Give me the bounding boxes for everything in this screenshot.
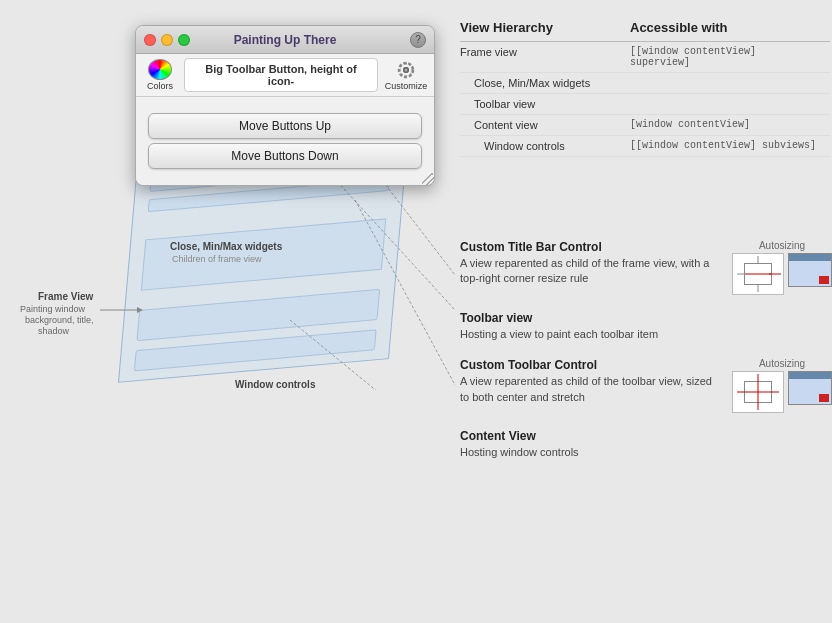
svg-text:background, title,: background, title, xyxy=(25,315,94,325)
window-toolbar: Colors Big Toolbar Button, height of ico… xyxy=(136,54,434,97)
close-button[interactable] xyxy=(144,34,156,46)
help-button[interactable]: ? xyxy=(410,32,426,48)
svg-text:Painting window: Painting window xyxy=(20,304,86,314)
custom-title-bar-desc: A view reparented as child of the frame … xyxy=(460,256,724,287)
row-code: [[window contentView] subviews] xyxy=(630,136,830,157)
titlebar: Painting Up There ? xyxy=(136,26,434,54)
col-header-accessible: Accessible with xyxy=(630,20,830,42)
row-code xyxy=(630,94,830,115)
autosizing-label-2: Autosizing xyxy=(759,358,805,369)
colors-label: Colors xyxy=(147,81,173,91)
move-buttons-up[interactable]: Move Buttons Up xyxy=(148,113,422,139)
svg-point-3 xyxy=(405,68,408,71)
table-row: Toolbar view xyxy=(460,94,830,115)
row-name: Content view xyxy=(460,115,630,136)
autosizing-box-1 xyxy=(732,253,784,295)
toolbar-view-block: Toolbar view Hosting a view to paint eac… xyxy=(460,311,832,342)
toolbar-view-title: Toolbar view xyxy=(460,311,832,325)
hierarchy-table: View Hierarchy Accessible with Frame vie… xyxy=(460,20,830,157)
row-code: [window contentView] xyxy=(630,115,830,136)
right-bottom-panel: Custom Title Bar Control A view reparent… xyxy=(460,240,832,477)
toolbar-view-desc: Hosting a view to paint each toolbar ite… xyxy=(460,327,832,342)
custom-title-bar-title: Custom Title Bar Control xyxy=(460,240,724,254)
view-hierarchy-panel: View Hierarchy Accessible with Frame vie… xyxy=(460,20,830,157)
content-view-title: Content View xyxy=(460,429,832,443)
custom-title-bar-block: Custom Title Bar Control A view reparent… xyxy=(460,240,832,295)
row-name: Frame view xyxy=(460,42,630,73)
table-row: Content view [window contentView] xyxy=(460,115,830,136)
frame-view-label: Frame View xyxy=(38,291,94,302)
colors-icon[interactable]: Colors xyxy=(144,59,176,91)
move-buttons-down[interactable]: Move Buttons Down xyxy=(148,143,422,169)
custom-toolbar-block: Custom Toolbar Control A view reparented… xyxy=(460,358,832,413)
close-widgets-label: Close, Min/Max widgets xyxy=(170,241,283,252)
window-controls-label: Window controls xyxy=(235,379,316,390)
table-row: Window controls [[window contentView] su… xyxy=(460,136,830,157)
custom-toolbar-title: Custom Toolbar Control xyxy=(460,358,724,372)
toolbar-button-preview: Big Toolbar Button, height of icon- xyxy=(184,58,378,92)
row-code xyxy=(630,73,830,94)
row-name: Close, Min/Max widgets xyxy=(460,73,630,94)
window-content: Move Buttons Up Move Buttons Down xyxy=(136,97,434,185)
svg-text:Children of frame view: Children of frame view xyxy=(172,254,262,264)
svg-text:shadow: shadow xyxy=(38,326,70,336)
row-name: Window controls xyxy=(460,136,630,157)
row-name: Toolbar view xyxy=(460,94,630,115)
content-view-block: Content View Hosting window controls xyxy=(460,429,832,460)
resize-handle[interactable] xyxy=(422,173,434,185)
preview-window-1 xyxy=(788,253,832,287)
customize-button[interactable]: Customize xyxy=(386,59,426,91)
preview-window-2 xyxy=(788,371,832,405)
minimize-button[interactable] xyxy=(161,34,173,46)
col-header-hierarchy: View Hierarchy xyxy=(460,20,630,42)
color-wheel xyxy=(148,59,172,80)
gear-icon xyxy=(396,60,416,80)
traffic-lights xyxy=(144,34,190,46)
table-row: Frame view [[window contentView] supervi… xyxy=(460,42,830,73)
content-view-desc: Hosting window controls xyxy=(460,445,832,460)
maximize-button[interactable] xyxy=(178,34,190,46)
autosizing-box-2 xyxy=(732,371,784,413)
autosizing-label-1: Autosizing xyxy=(759,240,805,251)
table-row: Close, Min/Max widgets xyxy=(460,73,830,94)
customize-label: Customize xyxy=(385,81,428,91)
mac-window: Painting Up There ? Colors Big Toolbar B… xyxy=(135,25,435,186)
row-code: [[window contentView] superview] xyxy=(630,42,830,73)
window-title: Painting Up There xyxy=(234,33,337,47)
custom-toolbar-desc: A view reparented as child of the toolba… xyxy=(460,374,724,405)
